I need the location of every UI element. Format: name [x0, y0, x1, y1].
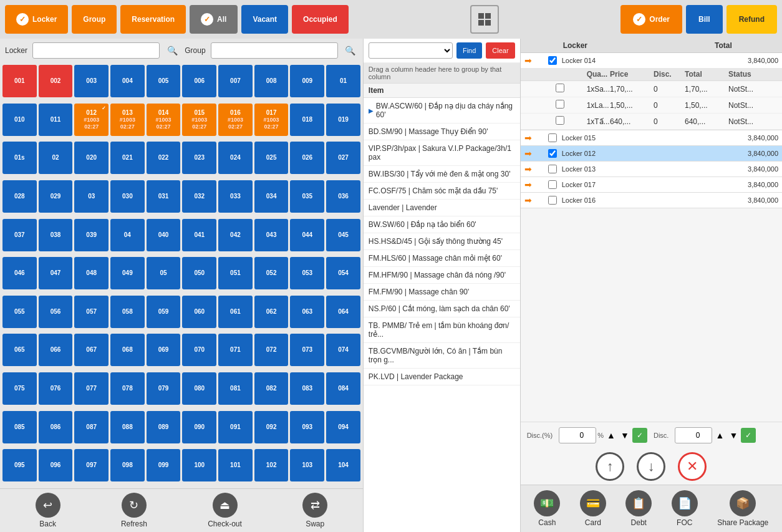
swap-button[interactable]: ⇄ Swap [302, 493, 327, 528]
locker-cell-029[interactable]: 029 [39, 180, 73, 213]
locker-cell-016[interactable]: 016#100302:27 [218, 104, 253, 136]
locker-cell-064[interactable]: 064 [326, 296, 360, 328]
locker-cell-066[interactable]: 066 [39, 334, 73, 366]
locker-cell-068[interactable]: 068 [110, 334, 145, 366]
locker-cell-03[interactable]: 03 [74, 180, 109, 213]
locker-cell-042[interactable]: 042 [218, 219, 253, 251]
locker-cell-065[interactable]: 065 [2, 334, 37, 366]
service-item-7[interactable]: HS.HS&D/45 | Gội sấy thông thường 45' [364, 233, 520, 250]
locker-cell-096[interactable]: 096 [39, 449, 73, 481]
locker-cell-015[interactable]: 015#100302:27 [182, 104, 216, 136]
locker-cell-011[interactable]: 011 [39, 104, 73, 136]
locker-cell-072[interactable]: 072 [254, 334, 289, 366]
locker-cell-078[interactable]: 078 [110, 372, 145, 405]
entry-checkbox-5[interactable] [548, 196, 557, 205]
locker-cell-037[interactable]: 037 [2, 219, 37, 251]
cash-button[interactable]: 💵 Cash [534, 490, 560, 527]
locker-cell-018[interactable]: 018 [290, 104, 324, 136]
locker-cell-085[interactable]: 085 [2, 411, 37, 443]
entry-checkbox-2[interactable] [548, 149, 557, 158]
service-item-0[interactable]: ▶BW.ASCW/60 | Đắp nạ dịu da cháy nắng 60… [364, 98, 520, 123]
locker-cell-025[interactable]: 025 [254, 142, 289, 174]
disc-confirm[interactable]: ✓ [741, 428, 756, 443]
group-search-input[interactable] [211, 42, 338, 59]
service-item-13[interactable]: TB.GCVMB/Người lớn, Có ăn | Tắm bùn trọn… [364, 343, 520, 369]
locker-cell-010[interactable]: 010 [2, 104, 37, 136]
locker-cell-028[interactable]: 028 [2, 180, 37, 213]
service-item-14[interactable]: PK.LVD | Lavender Package [364, 369, 520, 385]
locker-cell-046[interactable]: 046 [2, 257, 37, 289]
locker-cell-009[interactable]: 009 [290, 65, 324, 97]
locker-cell-069[interactable]: 069 [147, 334, 181, 366]
locker-cell-060[interactable]: 060 [182, 296, 216, 328]
sub-item-checkbox-0-1[interactable] [556, 100, 564, 109]
entry-expand-locker014[interactable]: ➡ [524, 56, 543, 65]
locker-cell-053[interactable]: 053 [290, 257, 324, 289]
locker-cell-073[interactable]: 073 [290, 334, 324, 366]
disc-pct-input[interactable] [559, 427, 596, 443]
locker-cell-084[interactable]: 084 [326, 372, 360, 405]
entry-expand-locker013[interactable]: ➡ [524, 164, 543, 174]
locker-cell-036[interactable]: 036 [326, 180, 360, 213]
locker-cell-023[interactable]: 023 [182, 142, 216, 174]
service-dropdown[interactable] [369, 42, 453, 59]
service-item-12[interactable]: TB. PMMB/ Trẻ em | tắm bùn khoáng đơn/ t… [364, 317, 520, 343]
service-item-4[interactable]: FC.OSF/75 | Chăm sóc mặt da dầu 75' [364, 183, 520, 200]
locker-cell-045[interactable]: 045 [326, 219, 360, 251]
vacant-button[interactable]: Vacant [241, 5, 288, 34]
service-item-8[interactable]: FM.HLS/60 | Massage chân mỏi mệt 60' [364, 250, 520, 267]
sub-item-checkbox-0-0[interactable] [556, 84, 564, 92]
share-package-button[interactable]: 📦 Share Package [717, 490, 768, 527]
locker-cell-001[interactable]: 001 [2, 65, 37, 97]
locker-cell-044[interactable]: 044 [290, 219, 324, 251]
entry-checkbox-3[interactable] [548, 165, 557, 173]
locker-cell-020[interactable]: 020 [74, 142, 109, 174]
locker-cell-049[interactable]: 049 [110, 257, 145, 289]
service-item-3[interactable]: BW.IBS/30 | Tẩy với mè đen & mật ong 30' [364, 166, 520, 183]
locker-cell-087[interactable]: 087 [74, 411, 109, 443]
service-item-9[interactable]: FM.HFM/90 | Massage chân đá nóng /90' [364, 267, 520, 284]
locker-cell-067[interactable]: 067 [74, 334, 109, 366]
locker-cell-093[interactable]: 093 [290, 411, 324, 443]
locker-cell-013[interactable]: 013#100302:27 [110, 104, 145, 136]
locker-cell-035[interactable]: 035 [290, 180, 324, 213]
locker-cell-014[interactable]: 014#100302:27 [147, 104, 181, 136]
move-down-button[interactable]: ↓ [637, 452, 665, 481]
bill-button[interactable]: Bill [686, 5, 723, 34]
entry-expand-locker015[interactable]: ➡ [524, 133, 543, 143]
locker-cell-022[interactable]: 022 [147, 142, 181, 174]
entry-checkbox-4[interactable] [548, 180, 557, 189]
locker-cell-012[interactable]: 012#100302:27✓ [74, 104, 109, 136]
locker-cell-052[interactable]: 052 [254, 257, 289, 289]
debt-button[interactable]: 📋 Debt [625, 490, 652, 527]
locker-cell-080[interactable]: 080 [182, 372, 216, 405]
service-item-10[interactable]: FM.FM/90 | Massage chân 90' [364, 284, 520, 301]
locker-cell-033[interactable]: 033 [218, 180, 253, 213]
locker-cell-077[interactable]: 077 [74, 372, 109, 405]
find-button[interactable]: Find [456, 42, 482, 59]
locker-cell-007[interactable]: 007 [218, 65, 253, 97]
locker-cell-079[interactable]: 079 [147, 372, 181, 405]
service-item-2[interactable]: VIP.SP/3h/pax | Sakura V.I.P Package/3h/… [364, 140, 520, 166]
locker-button[interactable]: Locker [5, 5, 68, 34]
locker-cell-103[interactable]: 103 [290, 449, 324, 481]
entry-checkbox-0[interactable] [548, 56, 557, 65]
locker-cell-002[interactable]: 002 [39, 65, 73, 97]
refresh-button[interactable]: ↻ Refresh [121, 493, 147, 528]
locker-cell-01s[interactable]: 01s [2, 142, 37, 174]
locker-cell-01[interactable]: 01 [326, 65, 360, 97]
locker-cell-040[interactable]: 040 [147, 219, 181, 251]
locker-cell-027[interactable]: 027 [326, 142, 360, 174]
locker-cell-104[interactable]: 104 [326, 449, 360, 481]
locker-cell-095[interactable]: 095 [2, 449, 37, 481]
service-item-6[interactable]: BW.SW/60 | Đắp nạ tảo biển 60' [364, 216, 520, 233]
locker-cell-057[interactable]: 057 [74, 296, 109, 328]
locker-cell-081[interactable]: 081 [218, 372, 253, 405]
card-button[interactable]: 💳 Card [580, 490, 606, 527]
locker-cell-041[interactable]: 041 [182, 219, 216, 251]
locker-cell-008[interactable]: 008 [254, 65, 289, 97]
locker-cell-05[interactable]: 05 [147, 257, 181, 289]
locker-cell-092[interactable]: 092 [254, 411, 289, 443]
entry-expand-locker012[interactable]: ➡ [524, 148, 543, 158]
locker-cell-043[interactable]: 043 [254, 219, 289, 251]
